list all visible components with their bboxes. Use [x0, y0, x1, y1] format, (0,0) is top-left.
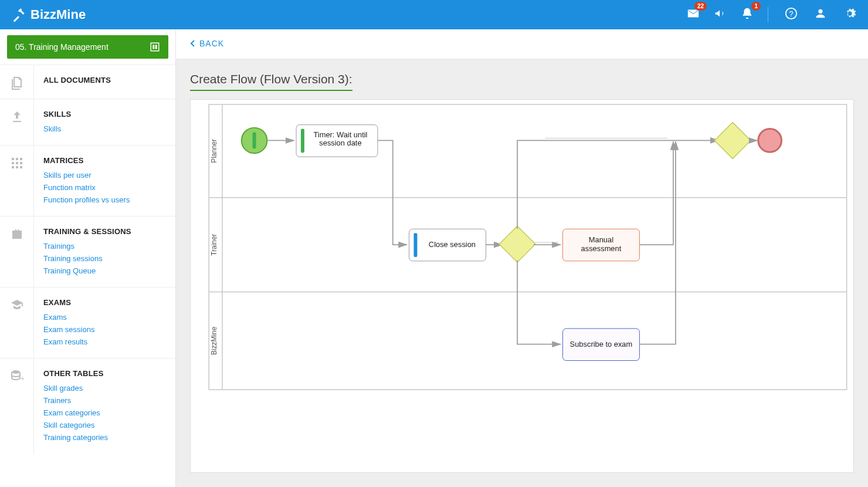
sidebar-header-icon — [150, 42, 160, 52]
svg-rect-2 — [152, 45, 154, 49]
section-title: SKILLS — [43, 110, 166, 119]
section-title: TRAINING & SESSIONS — [43, 227, 166, 236]
link-training-categories[interactable]: Training categories — [43, 433, 166, 442]
mail-badge: 22 — [694, 2, 707, 11]
section-title: EXAMS — [43, 298, 166, 307]
link-trainers[interactable]: Trainers — [43, 396, 166, 405]
lane-trainer: Trainer — [210, 234, 218, 255]
link-trainings[interactable]: Trainings — [43, 242, 166, 251]
graduation-icon — [10, 298, 24, 312]
section-title: MATRICES — [43, 156, 166, 165]
link-skills[interactable]: Skills — [43, 124, 166, 133]
chevron-left-icon — [190, 40, 195, 47]
breadcrumb-bar: BACK — [176, 29, 868, 59]
help-icon[interactable]: ? — [785, 7, 798, 22]
svg-point-4 — [12, 370, 20, 374]
megaphone-icon[interactable] — [714, 7, 727, 22]
svg-rect-11 — [301, 129, 304, 153]
section-title: OTHER TABLES — [43, 369, 166, 378]
end-event[interactable] — [758, 129, 782, 153]
sidebar: 05. Training Management ALL DOCUMENTS SK… — [0, 29, 176, 487]
back-label: BACK — [199, 39, 224, 48]
link-function-matrix[interactable]: Function matrix — [43, 183, 166, 192]
page-title: Create Flow (Flow Version 3): — [190, 72, 352, 91]
section-title[interactable]: ALL DOCUMENTS — [43, 76, 166, 84]
task-subscribe-label: Subscribe to exam — [570, 340, 633, 349]
task-manual-label-1: Manual — [589, 235, 613, 244]
bell-icon[interactable]: 1 — [741, 7, 754, 22]
main-content: BACK Create Flow (Flow Version 3): Plann… — [176, 29, 868, 487]
link-exam-results[interactable]: Exam results — [43, 337, 166, 346]
flow-diagram: Planner Trainer BizzMine Timer: Wait unt… — [191, 100, 853, 472]
sidebar-header[interactable]: 05. Training Management — [7, 35, 168, 59]
task-close-session-label: Close session — [429, 240, 476, 249]
gateway-2[interactable] — [714, 123, 751, 159]
database-icon: + — [10, 369, 24, 383]
task-manual-label-2: assessment — [581, 244, 622, 253]
task-timer-label-1: Timer: Wait until — [313, 130, 367, 139]
lane-planner: Planner — [210, 139, 218, 163]
bell-badge: 1 — [751, 2, 761, 11]
svg-rect-1 — [151, 43, 159, 51]
app-body: 05. Training Management ALL DOCUMENTS SK… — [0, 29, 868, 487]
brand-name: BizzMine — [30, 7, 86, 22]
link-training-queue[interactable]: Training Queue — [43, 266, 166, 275]
sidebar-section-skills: SKILLS Skills — [0, 99, 175, 145]
topbar: BizzMine 22 1 ? — [0, 0, 868, 29]
topbar-icons: 22 1 ? — [687, 7, 856, 22]
grid-icon — [10, 156, 24, 170]
back-button[interactable]: BACK — [190, 39, 224, 48]
link-exams[interactable]: Exams — [43, 313, 166, 322]
sidebar-section-matrices: MATRICES Skills per user Function matrix… — [0, 145, 175, 216]
sidebar-section-other: + OTHER TABLES Skill grades Trainers Exa… — [0, 358, 175, 454]
flow-canvas[interactable]: Planner Trainer BizzMine Timer: Wait unt… — [190, 99, 854, 473]
link-exam-categories[interactable]: Exam categories — [43, 408, 166, 417]
link-skills-per-user[interactable]: Skills per user — [43, 171, 166, 180]
pickaxe-icon — [12, 7, 27, 22]
sidebar-section-training: TRAINING & SESSIONS Trainings Training s… — [0, 216, 175, 287]
svg-text:?: ? — [789, 9, 793, 18]
svg-text:Timer: Wait untilsession date: Timer: Wait untilsession date — [313, 130, 367, 148]
link-training-sessions[interactable]: Training sessions — [43, 254, 166, 263]
svg-rect-10 — [253, 133, 256, 149]
link-skill-grades[interactable]: Skill grades — [43, 384, 166, 393]
gateway-1[interactable] — [499, 226, 535, 262]
task-timer-label-2: session date — [319, 138, 361, 147]
sidebar-header-label: 05. Training Management — [15, 42, 108, 52]
briefcase-icon — [10, 227, 24, 241]
link-exam-sessions[interactable]: Exam sessions — [43, 325, 166, 334]
lane-bizzmine: BizzMine — [210, 326, 218, 355]
sidebar-section-exams: EXAMS Exams Exam sessions Exam results — [0, 287, 175, 358]
page-title-wrap: Create Flow (Flow Version 3): — [176, 59, 868, 91]
documents-icon — [10, 76, 24, 90]
settings-icon[interactable] — [843, 7, 856, 22]
upload-icon — [10, 110, 24, 124]
svg-rect-3 — [155, 45, 157, 49]
svg-text:+: + — [21, 375, 24, 382]
brand-logo: BizzMine — [12, 7, 86, 22]
sidebar-section-all-documents: ALL DOCUMENTS — [0, 65, 175, 99]
topbar-icon-group-left: 22 1 — [687, 7, 768, 22]
svg-rect-13 — [413, 233, 417, 257]
link-function-profiles-vs-users[interactable]: Function profiles vs users — [43, 195, 166, 204]
mail-icon[interactable]: 22 — [687, 7, 700, 22]
link-skill-categories[interactable]: Skill categories — [43, 421, 166, 429]
user-icon[interactable] — [814, 7, 827, 22]
